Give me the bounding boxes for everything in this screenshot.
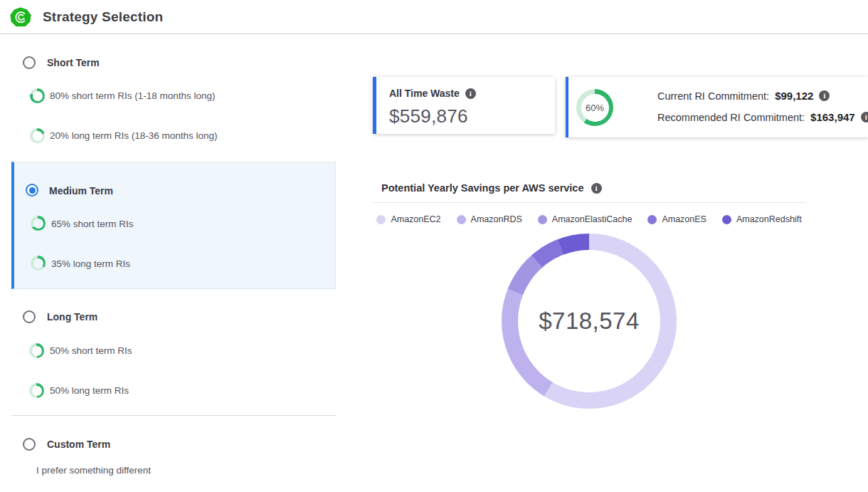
recommended-commitment-label: Recommended RI Commitment: [657,112,805,123]
radio-long-term[interactable] [23,310,36,323]
sub-option-label: 20% long term RIs (18-36 months long) [50,130,218,141]
radio-custom-term[interactable] [23,438,36,451]
legend-item-amazones[interactable]: AmazonES [647,214,706,224]
progress-ring-50-short [29,343,44,358]
legend-item-amazonelasticache[interactable]: AmazonElastiCache [538,214,633,224]
divider [11,415,336,416]
option-panel-medium-term[interactable]: Medium Term 65% short term RIs 35% long … [11,162,336,289]
sub-option-label: 50% long term RIs [50,385,129,396]
option-label-medium-term[interactable]: Medium Term [49,185,113,197]
progress-ring-20 [30,128,45,143]
page-title: Strategy Selection [43,9,163,25]
all-time-waste-card: All Time Waste $559,876 [373,77,555,134]
info-icon[interactable] [861,112,868,122]
info-icon[interactable] [819,90,830,101]
sub-option-label: 35% long term RIs [51,258,130,269]
sub-option-label: 65% short term RIs [51,219,134,229]
ri-commitment-card: 60% Current RI Commitment: $99,122 Recom… [566,77,868,137]
donut-center-value: $718,574 [539,308,640,335]
gauge-label: 60% [586,103,604,113]
legend-dot [722,215,731,224]
commitment-gauge: 60% [576,89,613,126]
radio-short-term[interactable] [23,56,36,69]
current-commitment-label: Current RI Commitment: [657,90,769,102]
legend-dot [457,215,466,224]
custom-term-description: I prefer something different [36,465,151,476]
waste-card-value: $559,876 [389,105,468,127]
current-commitment-row: Current RI Commitment: $99,122 [657,90,830,102]
sub-option-label: 50% short term RIs [50,345,132,356]
legend-item-amazonredshift[interactable]: AmazonRedshift [722,214,802,224]
option-label-short-term[interactable]: Short Term [47,57,100,68]
sub-option-label: 80% short term RIs (1-18 months long) [50,90,216,101]
legend-dot [376,215,386,224]
option-label-custom-term[interactable]: Custom Term [47,439,110,450]
info-icon[interactable] [591,183,602,194]
waste-card-title: All Time Waste [389,88,460,99]
legend-dot [538,215,547,224]
chart-legend: AmazonEC2 AmazonRDS AmazonElastiCache Am… [373,214,805,224]
legend-item-amazonrds[interactable]: AmazonRDS [457,214,522,224]
savings-donut-chart[interactable]: $718,574 [502,234,677,409]
option-label-long-term[interactable]: Long Term [47,311,97,323]
app-header: Strategy Selection [0,0,868,34]
info-icon[interactable] [465,88,476,99]
legend-item-amazonec2[interactable]: AmazonEC2 [376,214,440,224]
progress-ring-80 [30,88,45,103]
progress-ring-35 [31,256,46,271]
legend-dot [647,215,657,224]
radio-medium-term[interactable] [26,184,38,197]
chart-title: Potential Yearly Savings per AWS service [381,182,584,194]
progress-ring-65 [31,216,46,231]
app-logo [10,6,31,28]
progress-ring-50-long [29,383,44,398]
recommended-commitment-row: Recommended RI Commitment: $163,947 [657,111,868,123]
recommended-commitment-value: $163,947 [810,111,855,123]
current-commitment-value: $99,122 [775,90,813,102]
divider [373,202,805,203]
